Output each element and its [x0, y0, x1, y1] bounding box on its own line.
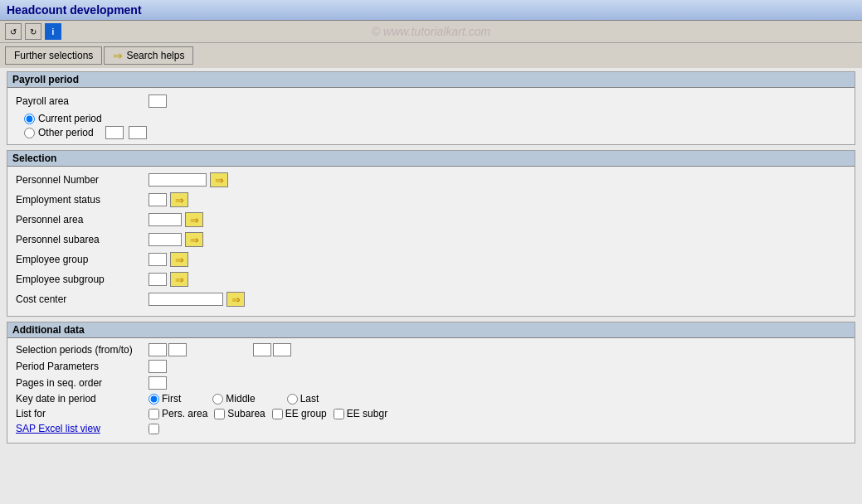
excel-list-checkbox[interactable]: [149, 424, 159, 434]
pers-area-checkbox-label: Pers. area: [149, 408, 207, 419]
ee-group-checkbox[interactable]: [272, 409, 283, 419]
info-icon[interactable]: i: [45, 23, 61, 40]
tab-bar: Further selections ⇒ Search helps: [0, 43, 862, 68]
cost-center-arrow-btn[interactable]: ⇒: [226, 292, 245, 307]
current-period-radio[interactable]: [24, 114, 35, 124]
period-parameters-label: Period Parameters: [16, 361, 149, 372]
current-period-row: Current period: [24, 113, 846, 124]
nav-back-icon[interactable]: ↺: [5, 23, 22, 40]
cost-center-label: Cost center: [16, 293, 149, 305]
employee-group-input[interactable]: [149, 253, 167, 266]
pages-seq-order-input[interactable]: [149, 376, 167, 390]
ee-group-text: EE group: [285, 408, 327, 419]
selection-period-to2[interactable]: [273, 343, 291, 356]
employment-status-input[interactable]: [149, 193, 167, 206]
excel-list-link[interactable]: SAP Excel list view: [16, 423, 100, 434]
ee-subgr-checkbox-label: EE subgr: [334, 408, 387, 419]
additional-section-body: Selection periods (from/to) Period Param…: [7, 338, 855, 443]
key-date-middle-radio[interactable]: [212, 394, 223, 405]
personnel-area-input[interactable]: [149, 213, 182, 226]
ee-group-checkbox-label: EE group: [272, 408, 327, 419]
key-date-last-text: Last: [300, 393, 319, 405]
list-for-label: List for: [16, 408, 149, 419]
personnel-subarea-row: Personnel subarea ⇒: [16, 231, 846, 248]
pages-seq-order-label: Pages in seq. order: [16, 377, 149, 389]
other-period-input2[interactable]: [129, 126, 147, 139]
search-helps-arrow-icon: ⇒: [113, 49, 123, 62]
selection-section: Selection Personnel Number ⇒ Employment …: [7, 150, 855, 317]
arrow-icon: ⇒: [215, 174, 224, 187]
employee-subgroup-label: Employee subgroup: [16, 274, 149, 285]
selection-periods-row: Selection periods (from/to): [16, 343, 846, 356]
employee-subgroup-arrow-btn[interactable]: ⇒: [170, 272, 188, 287]
employee-group-row: Employee group ⇒: [16, 251, 846, 268]
key-date-first-radio[interactable]: [149, 394, 159, 405]
employee-group-label: Employee group: [16, 254, 149, 265]
other-period-radio[interactable]: [24, 128, 35, 138]
nav-forward-icon[interactable]: ↻: [25, 23, 41, 40]
employment-status-arrow-btn[interactable]: ⇒: [170, 192, 188, 207]
subarea-checkbox[interactable]: [214, 409, 225, 419]
ee-subgr-checkbox[interactable]: [334, 409, 344, 419]
selection-period-from1[interactable]: [149, 343, 167, 356]
selection-period-to1[interactable]: [253, 343, 271, 356]
key-date-label: Key date in period: [16, 393, 149, 405]
current-period-label: Current period: [38, 113, 102, 124]
search-helps-label: Search helps: [126, 50, 184, 61]
period-parameters-input[interactable]: [149, 360, 167, 373]
arrow-icon: ⇒: [231, 293, 241, 306]
arrow-icon: ⇒: [175, 194, 184, 206]
key-date-first-label: First: [149, 393, 181, 405]
personnel-number-arrow-btn[interactable]: ⇒: [210, 172, 228, 187]
personnel-area-row: Personnel area ⇒: [16, 211, 846, 228]
payroll-section-header: Payroll period: [7, 72, 855, 88]
pers-area-checkbox[interactable]: [149, 409, 159, 419]
excel-list-row: SAP Excel list view: [16, 423, 846, 434]
search-helps-tab[interactable]: ⇒ Search helps: [104, 46, 193, 65]
key-date-middle-label: Middle: [212, 393, 255, 405]
toolbar: ↺ ↻ i © www.tutorialkart.com: [0, 21, 862, 43]
additional-section-header: Additional data: [7, 322, 855, 338]
personnel-number-row: Personnel Number ⇒: [16, 172, 846, 188]
subarea-text: Subarea: [227, 408, 265, 419]
personnel-area-arrow-btn[interactable]: ⇒: [185, 212, 203, 227]
pers-area-text: Pers. area: [162, 408, 207, 419]
personnel-subarea-input[interactable]: [149, 233, 182, 246]
app-title: Headcount development: [7, 3, 142, 17]
employee-group-arrow-btn[interactable]: ⇒: [170, 252, 188, 267]
title-bar: Headcount development: [0, 0, 862, 21]
key-date-middle-text: Middle: [226, 393, 255, 405]
payroll-area-row: Payroll area: [16, 93, 846, 109]
list-for-row: List for Pers. area Subarea EE group EE …: [16, 408, 846, 419]
employee-subgroup-input[interactable]: [149, 273, 167, 286]
payroll-area-label: Payroll area: [16, 95, 149, 107]
selection-periods-label: Selection periods (from/to): [16, 344, 149, 356]
payroll-section: Payroll period Payroll area Current peri…: [7, 71, 855, 145]
main-content: Payroll period Payroll area Current peri…: [0, 68, 862, 504]
further-selections-tab[interactable]: Further selections: [5, 46, 102, 65]
arrow-icon: ⇒: [175, 254, 184, 266]
ee-subgr-text: EE subgr: [347, 408, 387, 419]
arrow-icon: ⇒: [190, 214, 199, 226]
period-radio-group: Current period Other period: [16, 113, 846, 139]
selection-section-body: Personnel Number ⇒ Employment status ⇒ P…: [7, 167, 855, 316]
personnel-number-input[interactable]: [149, 173, 207, 187]
key-date-last-radio[interactable]: [287, 394, 298, 405]
personnel-subarea-arrow-btn[interactable]: ⇒: [185, 232, 203, 247]
payroll-area-input[interactable]: [149, 94, 167, 108]
cost-center-input[interactable]: [149, 293, 223, 306]
period-parameters-row: Period Parameters: [16, 360, 846, 373]
pages-seq-order-row: Pages in seq. order: [16, 376, 846, 390]
other-period-input1[interactable]: [105, 126, 124, 139]
key-date-first-text: First: [162, 393, 181, 405]
payroll-section-body: Payroll area Current period Other period: [7, 88, 855, 144]
arrow-icon: ⇒: [190, 234, 199, 246]
other-period-row: Other period: [24, 126, 846, 139]
employment-status-row: Employment status ⇒: [16, 191, 846, 208]
selection-section-header: Selection: [7, 151, 855, 167]
personnel-number-label: Personnel Number: [16, 174, 149, 186]
further-selections-label: Further selections: [14, 50, 93, 61]
excel-list-label: SAP Excel list view: [16, 423, 149, 434]
selection-period-from2[interactable]: [168, 343, 187, 356]
key-date-last-label: Last: [287, 393, 319, 405]
